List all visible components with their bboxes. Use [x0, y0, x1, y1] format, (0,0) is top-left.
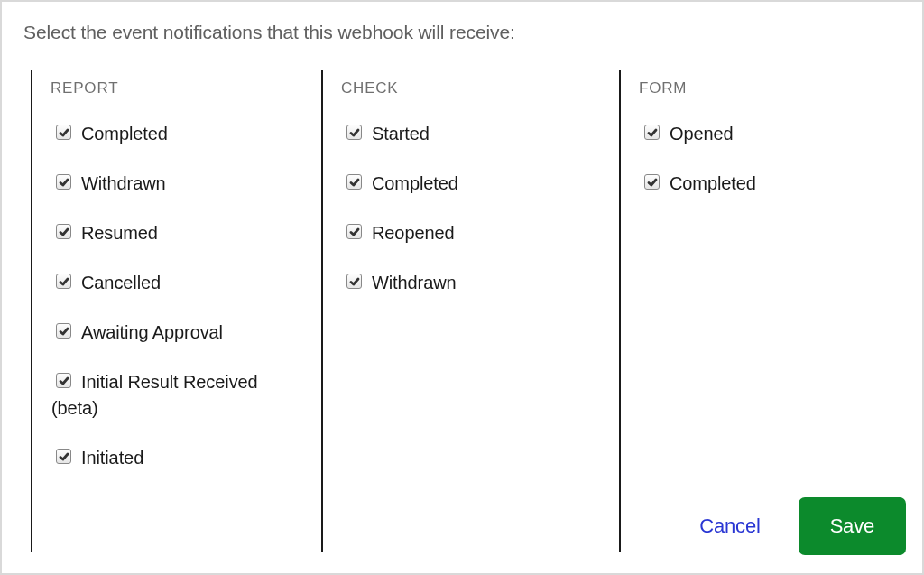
event-check-reopened[interactable]: Reopened — [341, 220, 601, 246]
checkbox-check-reopened[interactable] — [346, 224, 362, 239]
event-check-started[interactable]: Started — [341, 121, 601, 147]
event-report-awaiting-approval[interactable]: Awaiting Approval — [51, 320, 303, 346]
event-check-completed[interactable]: Completed — [341, 171, 601, 197]
checkbox-form-opened[interactable] — [644, 125, 660, 140]
event-label: Completed — [670, 171, 756, 197]
checkbox-check-completed[interactable] — [346, 174, 362, 190]
event-report-completed[interactable]: Completed — [51, 121, 303, 147]
event-report-initiated[interactable]: Initiated — [51, 445, 303, 471]
event-report-resumed[interactable]: Resumed — [51, 220, 303, 246]
checkbox-report-completed[interactable] — [56, 125, 71, 140]
event-label: Reopened — [372, 220, 455, 246]
event-label: Completed — [372, 171, 458, 197]
event-check-withdrawn[interactable]: Withdrawn — [341, 270, 601, 296]
event-report-initial-result-received[interactable]: Initial Result Received (beta) — [51, 369, 303, 422]
checkbox-report-awaiting-approval[interactable] — [56, 323, 71, 339]
event-label: Withdrawn — [81, 171, 166, 197]
checkmark-icon — [59, 227, 69, 237]
checkbox-report-cancelled[interactable] — [56, 274, 71, 289]
event-label: Initial Result Received (beta) — [51, 369, 303, 422]
event-label: Completed — [81, 121, 168, 147]
events-columns: REPORT Completed Withdrawn Resumed Cance… — [23, 70, 901, 552]
checkbox-check-started[interactable] — [346, 125, 362, 140]
checkmark-icon — [349, 276, 360, 287]
checkmark-icon — [349, 127, 360, 138]
checkmark-icon — [647, 127, 658, 138]
checkmark-icon — [59, 127, 69, 138]
checkmark-icon — [59, 276, 69, 287]
event-form-opened[interactable]: Opened — [639, 121, 863, 147]
checkmark-icon — [647, 177, 658, 188]
instruction-text: Select the event notifications that this… — [23, 22, 901, 43]
checkbox-check-withdrawn[interactable] — [346, 274, 362, 289]
checkmark-icon — [349, 177, 360, 188]
checkbox-form-completed[interactable] — [644, 174, 660, 190]
checkmark-icon — [59, 177, 69, 188]
checkbox-report-withdrawn[interactable] — [56, 174, 71, 190]
column-header-report: REPORT — [51, 79, 303, 97]
event-label: Cancelled — [81, 270, 161, 296]
checkmark-icon — [59, 451, 69, 462]
checkmark-icon — [349, 227, 360, 237]
column-form: FORM Opened Completed — [619, 70, 881, 552]
event-label: Resumed — [81, 220, 158, 246]
dialog-footer: Cancel Save — [688, 497, 906, 555]
event-label: Started — [372, 121, 430, 147]
column-check: CHECK Started Completed Reopened Withdra… — [321, 70, 619, 552]
column-report: REPORT Completed Withdrawn Resumed Cance… — [31, 70, 321, 552]
save-button[interactable]: Save — [799, 497, 906, 555]
checkmark-icon — [59, 326, 69, 337]
cancel-button[interactable]: Cancel — [688, 505, 771, 547]
event-form-completed[interactable]: Completed — [639, 171, 863, 197]
checkbox-report-resumed[interactable] — [56, 224, 71, 239]
column-header-check: CHECK — [341, 79, 601, 97]
event-label: Awaiting Approval — [81, 320, 223, 346]
webhook-events-dialog: Select the event notifications that this… — [0, 0, 924, 575]
event-label: Withdrawn — [372, 270, 457, 296]
column-header-form: FORM — [639, 79, 863, 97]
event-label: Initiated — [81, 445, 143, 471]
event-label: Opened — [670, 121, 734, 147]
event-report-cancelled[interactable]: Cancelled — [51, 270, 303, 296]
checkbox-report-initiated[interactable] — [56, 449, 71, 464]
event-report-withdrawn[interactable]: Withdrawn — [51, 171, 303, 197]
